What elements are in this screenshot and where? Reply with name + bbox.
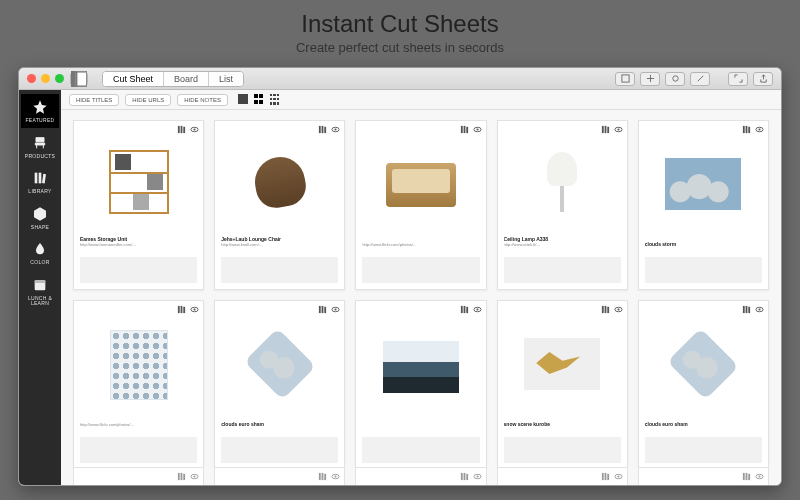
card[interactable]: http://www.flickr.com/photos/… (355, 120, 486, 290)
grid-size-medium[interactable] (254, 94, 266, 106)
card-title: clouds storm (645, 241, 762, 247)
eye-icon (331, 472, 340, 481)
svg-rect-41 (325, 307, 327, 313)
eye-icon (755, 472, 764, 481)
fullscreen-button[interactable] (728, 72, 748, 86)
card-url: http://www.artek.fi/… (504, 242, 621, 247)
tab-cut-sheet[interactable]: Cut Sheet (103, 72, 164, 86)
minimize-window-button[interactable] (41, 74, 50, 83)
svg-point-18 (335, 128, 337, 130)
toolbar-button-2[interactable] (640, 72, 660, 86)
svg-rect-0 (71, 71, 76, 87)
svg-rect-64 (319, 473, 321, 480)
svg-rect-54 (743, 306, 745, 313)
svg-rect-50 (604, 306, 606, 313)
card-notes (504, 257, 621, 283)
card[interactable] (355, 467, 486, 485)
card[interactable]: Ceiling Lamp A338http://www.artek.fi/… (497, 120, 628, 290)
card[interactable]: http://www.flickr.com/photos/… (73, 300, 204, 467)
svg-rect-74 (602, 473, 604, 480)
library-icon (460, 305, 469, 314)
svg-rect-6 (42, 174, 46, 184)
sidebar-toggle-button[interactable] (70, 72, 88, 86)
sidebar-item-library[interactable]: LIBRARY (21, 165, 59, 199)
svg-rect-16 (325, 127, 327, 133)
svg-rect-44 (460, 306, 462, 313)
card-notes (362, 257, 479, 283)
svg-rect-65 (322, 473, 324, 480)
svg-rect-76 (607, 474, 609, 480)
card-title: snow scene kurobe (504, 421, 621, 427)
cut-sheet-grid: Eames Storage Unithttp://www.hermanmille… (61, 110, 781, 467)
card[interactable]: clouds euro sham (638, 300, 769, 467)
sidebar-item-label: FEATURED (21, 118, 59, 124)
card[interactable]: Eames Storage Unithttp://www.hermanmille… (73, 120, 204, 290)
svg-point-33 (758, 128, 760, 130)
svg-point-48 (476, 308, 478, 310)
svg-point-83 (758, 475, 760, 477)
library-icon (460, 472, 469, 481)
toolbar-button-3[interactable] (665, 72, 685, 86)
library-icon (177, 125, 186, 134)
app-window: Cut Sheet Board List FEATURED PRODUCTS (18, 67, 782, 486)
card[interactable] (497, 467, 628, 485)
grid-size-control (238, 94, 282, 106)
hide-urls-button[interactable]: HIDE URLS (125, 94, 171, 106)
svg-rect-15 (322, 126, 324, 133)
zoom-window-button[interactable] (55, 74, 64, 83)
card[interactable] (73, 467, 204, 485)
card[interactable] (214, 467, 345, 485)
card-url: http://www.hermanmiller.com/… (80, 242, 197, 247)
library-icon (601, 125, 610, 134)
svg-rect-29 (743, 126, 745, 133)
grid-size-large[interactable] (238, 94, 250, 106)
svg-rect-19 (460, 126, 462, 133)
svg-rect-25 (604, 126, 606, 133)
eye-icon (190, 305, 199, 314)
card-notes (80, 437, 197, 463)
sidebar-item-label: LUNCH & LEARN (21, 296, 59, 307)
svg-rect-26 (607, 127, 609, 133)
titlebar: Cut Sheet Board List (19, 68, 781, 90)
close-window-button[interactable] (27, 74, 36, 83)
svg-point-58 (758, 308, 760, 310)
sidebar-item-shape[interactable]: SHAPE (21, 201, 59, 235)
tab-board[interactable]: Board (164, 72, 209, 86)
sidebar-item-products[interactable]: PRODUCTS (21, 130, 59, 164)
page-title: Instant Cut Sheets (0, 10, 800, 38)
share-button[interactable] (753, 72, 773, 86)
card[interactable] (355, 300, 486, 467)
sidebar-item-featured[interactable]: FEATURED (21, 94, 59, 128)
hide-titles-button[interactable]: HIDE TITLES (69, 94, 119, 106)
grid-row-partial (61, 467, 781, 485)
eye-icon (190, 125, 199, 134)
card-url: http://www.flickr.com/photos/… (80, 422, 197, 427)
svg-rect-24 (602, 126, 604, 133)
eye-icon (614, 125, 623, 134)
eye-icon (755, 305, 764, 314)
card[interactable] (638, 467, 769, 485)
eye-icon (331, 125, 340, 134)
svg-rect-31 (748, 127, 750, 133)
card[interactable]: clouds euro sham (214, 300, 345, 467)
toolbar-button-4[interactable] (690, 72, 710, 86)
hide-notes-button[interactable]: HIDE NOTES (177, 94, 228, 106)
svg-rect-66 (325, 474, 327, 480)
toolbar-button-1[interactable] (615, 72, 635, 86)
drop-icon (31, 240, 49, 258)
svg-rect-49 (602, 306, 604, 313)
svg-rect-36 (183, 307, 185, 313)
sidebar-item-color[interactable]: COLOR (21, 236, 59, 270)
sidebar-item-lunch-learn[interactable]: LUNCH & LEARN (21, 272, 59, 311)
card[interactable]: Jehs+Laub Lounge Chairhttp://www.knoll.c… (214, 120, 345, 290)
grid-size-small[interactable] (270, 94, 282, 106)
cube-icon (31, 205, 49, 223)
main-panel: HIDE TITLES HIDE URLS HIDE NOTES Eames S… (61, 90, 781, 485)
svg-point-38 (194, 308, 196, 310)
card[interactable]: snow scene kurobe (497, 300, 628, 467)
tab-list[interactable]: List (209, 72, 243, 86)
svg-rect-60 (181, 473, 183, 480)
svg-rect-55 (746, 306, 748, 313)
svg-rect-69 (460, 473, 462, 480)
card[interactable]: clouds storm (638, 120, 769, 290)
